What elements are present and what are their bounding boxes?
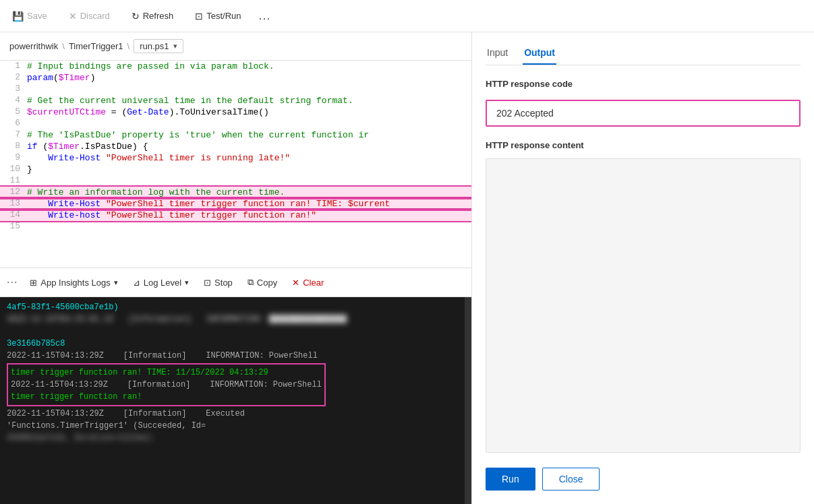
log-toolbar: ··· ⊞ App Insights Logs ▾ ⊿ Log Level ▾ … <box>0 267 471 297</box>
tab-output[interactable]: Output <box>523 43 556 65</box>
tab-input[interactable]: Input <box>486 43 509 65</box>
file-selector[interactable]: run.ps1 ▾ <box>134 39 183 53</box>
table-icon: ⊞ <box>30 278 37 288</box>
test-run-button[interactable]: ⊡ Test/Run <box>191 8 245 24</box>
list-item: timer trigger function ran! TIME: 11/15/… <box>11 367 322 379</box>
table-row: 7 # The 'IsPastDue' property is 'true' w… <box>0 129 471 141</box>
main-area: powerrithwik \ TimerTrigger1 \ run.ps1 ▾… <box>0 32 814 504</box>
table-row: 4 # Get the current universal time in th… <box>0 95 471 106</box>
save-icon: 💾 <box>12 11 24 22</box>
breadcrumb-sep1: \ <box>62 41 65 51</box>
save-button[interactable]: 💾 Save <box>8 8 51 24</box>
breadcrumb-part1: powerrithwik <box>9 41 58 51</box>
http-response-content-label: HTTP response content <box>486 140 801 150</box>
table-row: 8 if ($Timer.IsPastDue) { <box>0 141 471 152</box>
list-item: 2022-11-15T04:13:29Z [Information] INFOR… <box>11 379 322 391</box>
list-item: 3e3166b785c8 <box>7 338 458 350</box>
clear-icon: ✕ <box>292 278 299 288</box>
log-highlight-box: timer trigger function ran! TIME: 11/15/… <box>7 363 326 406</box>
log-output[interactable]: 4af5-83f1-45600cba7e1b) 2022-11-15T04:15… <box>0 297 465 504</box>
more-options-button[interactable]: ... <box>259 9 271 23</box>
log-level-button[interactable]: ⊿ Log Level ▾ <box>130 276 192 290</box>
app-insights-chevron-icon: ▾ <box>114 278 118 287</box>
stop-button[interactable]: ⊡ Stop <box>201 276 235 290</box>
list-item: 45600cba7e1b, Duration=1121ms) <box>7 432 458 444</box>
table-row: 5 $currentUTCtime = (Get-Date).ToUnivers… <box>0 106 471 118</box>
table-row: 12 # Write an information log with the c… <box>0 187 471 198</box>
run-button[interactable]: Run <box>486 468 535 491</box>
list-item: 'Functions.TimerTrigger1' (Succeeded, Id… <box>7 420 458 432</box>
table-row: 1 # Input bindings are passed in via par… <box>0 61 471 72</box>
log-level-chevron-icon: ▾ <box>185 278 189 287</box>
table-row: 3 <box>0 84 471 95</box>
list-item: 4af5-83f1-45600cba7e1b) <box>7 301 458 313</box>
test-run-icon: ⊡ <box>195 11 203 22</box>
filter-icon: ⊿ <box>133 278 140 288</box>
right-panel: Input Output HTTP response code 202 Acce… <box>472 32 814 504</box>
list-item: 2022-11-15T04:15:01.2Z [Information] INF… <box>7 313 458 325</box>
log-output-wrapper: 4af5-83f1-45600cba7e1b) 2022-11-15T04:15… <box>0 297 471 504</box>
http-response-code-value: 202 Accepted <box>486 100 801 127</box>
table-row: 15 <box>0 221 471 232</box>
stop-icon: ⊡ <box>204 278 211 288</box>
copy-icon: ⧉ <box>248 277 254 288</box>
table-row: 6 <box>0 118 471 129</box>
top-toolbar: 💾 Save ✕ Discard ↻ Refresh ⊡ Test/Run ..… <box>0 0 814 32</box>
list-item: 2022-11-15T04:13:29Z [Information] Execu… <box>7 408 458 420</box>
code-editor[interactable]: 1 # Input bindings are passed in via par… <box>0 61 471 267</box>
copy-button[interactable]: ⧉ Copy <box>245 275 280 290</box>
table-row: 2 param($Timer) <box>0 72 471 84</box>
refresh-button[interactable]: ↻ Refresh <box>127 8 178 24</box>
action-buttons: Run Close <box>486 461 801 493</box>
file-name: run.ps1 <box>140 41 169 51</box>
code-table: 1 # Input bindings are passed in via par… <box>0 61 471 232</box>
discard-icon: ✕ <box>69 11 77 22</box>
log-scrollbar[interactable] <box>465 297 471 504</box>
log-more-button[interactable]: ··· <box>7 276 18 288</box>
chevron-down-icon: ▾ <box>173 42 177 51</box>
http-response-code-label: HTTP response code <box>486 79 801 89</box>
breadcrumb-part2: TimerTrigger1 <box>69 41 123 51</box>
clear-button[interactable]: ✕ Clear <box>289 276 326 290</box>
breadcrumb-sep2: \ <box>127 41 130 51</box>
list-item: timer trigger function ran! <box>11 391 322 403</box>
list-item <box>7 325 458 338</box>
table-row: 13 Write-Host "PowerShell timer trigger … <box>0 198 471 210</box>
refresh-icon: ↻ <box>132 11 140 22</box>
tab-bar: Input Output <box>486 43 801 65</box>
list-item: 2022-11-15T04:13:29Z [Information] INFOR… <box>7 350 458 362</box>
table-row: 11 <box>0 175 471 187</box>
discard-button[interactable]: ✕ Discard <box>65 8 114 24</box>
app-insights-button[interactable]: ⊞ App Insights Logs ▾ <box>27 276 120 290</box>
left-panel: powerrithwik \ TimerTrigger1 \ run.ps1 ▾… <box>0 32 472 504</box>
close-button[interactable]: Close <box>542 468 600 491</box>
breadcrumb: powerrithwik \ TimerTrigger1 \ run.ps1 ▾ <box>0 32 471 61</box>
table-row: 14 Write-host "PowerShell timer trigger … <box>0 210 471 221</box>
http-response-content-box <box>486 158 801 453</box>
table-row: 9 Write-Host "PowerShell timer is runnin… <box>0 152 471 164</box>
table-row: 10 } <box>0 164 471 175</box>
